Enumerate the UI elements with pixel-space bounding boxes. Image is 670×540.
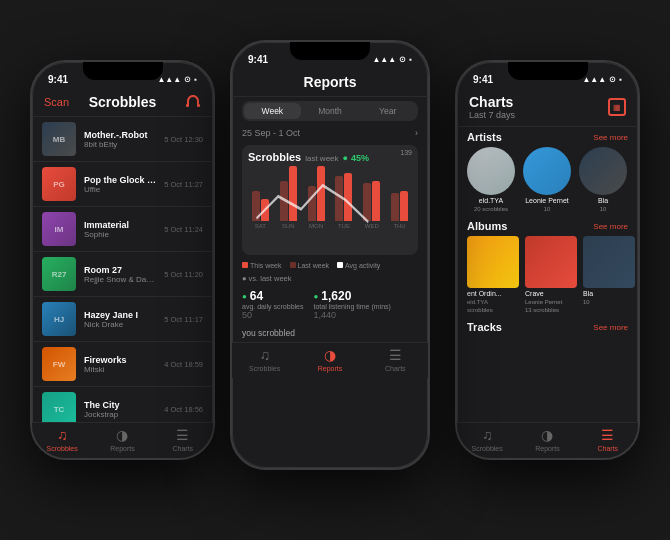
nav-right-icon [171, 94, 201, 110]
tab-scrobbles[interactable]: ♫ Scrobbles [32, 427, 92, 452]
albums-see-more[interactable]: See more [593, 222, 628, 231]
bar-last-tue [335, 176, 343, 221]
table-row[interactable]: R27 Room 27 Rejjie Snow & Dana Williams … [32, 252, 213, 297]
listening-label: total listening time (mins) [313, 303, 390, 310]
table-row[interactable]: MB Mother.-.Robot 8bit bEtty 5 Oct 12:30 [32, 117, 213, 162]
bar-label-mon: MON [309, 223, 323, 229]
table-row[interactable]: FW Fireworks Mitski 4 Oct 18:59 [32, 342, 213, 387]
tracks-see-more[interactable]: See more [593, 323, 628, 332]
album-art: IM [42, 212, 76, 246]
tab-reports-label: Reports [110, 445, 135, 452]
album-cover-1 [467, 236, 519, 288]
scrobbles-label: avg. daily scrobbles [242, 303, 303, 310]
bar-label-sun: SUN [282, 223, 295, 229]
legend-dot-avg [337, 262, 343, 268]
nav-header-left: Scan Scrobbles [32, 90, 213, 117]
listening-sub: 1,440 [313, 310, 390, 320]
album-scrobbles-2: 13 scrobbles [525, 307, 577, 313]
date-range-text: 25 Sep - 1 Oct [242, 128, 300, 138]
tab-label-scrobbles-right: Scrobbles [472, 445, 503, 452]
phone-reports: 9:41 ▲▲▲ ⊙ ▪ Reports Week Month Year 25 … [230, 40, 430, 470]
track-artist: Mitski [84, 365, 156, 374]
list-item[interactable]: Crave Leonie Pernet 13 scrobbles [525, 236, 577, 313]
bar-sun: SUN [276, 166, 301, 229]
album-art: TC [42, 392, 76, 422]
segment-week[interactable]: Week [244, 103, 301, 119]
bar-sat: SAT [248, 166, 273, 229]
status-icons-center: ▲▲▲ ⊙ ▪ [372, 55, 412, 64]
tab-reports-right[interactable]: ◑ Reports [517, 427, 577, 452]
tab-label-reports: Reports [318, 365, 343, 372]
list-item[interactable]: ent Ordin... eld.TYA scrobbles [467, 236, 519, 313]
segment-month[interactable]: Month [302, 103, 359, 119]
track-title: Immaterial [84, 220, 156, 230]
tab-bar-left: ♫ Scrobbles ◑ Reports ☰ Charts [32, 422, 213, 458]
bar-last-sun [280, 181, 288, 221]
tab-reports[interactable]: ◑ Reports [92, 427, 152, 452]
tab-charts-center[interactable]: ☰ Charts [363, 347, 428, 372]
chart-percent: ● 45% [343, 153, 369, 163]
music-icon-right: ♫ [482, 427, 493, 443]
bar-current-thu [400, 191, 408, 221]
scrobble-date: 4 Oct 18:56 [164, 405, 203, 414]
bar-current-tue [344, 173, 352, 221]
album-name-2: Crave [525, 290, 577, 297]
charts-title: Charts [469, 94, 608, 110]
scan-button[interactable]: Scan [44, 96, 74, 108]
table-row[interactable]: IM Immaterial Sophie 5 Oct 11:24 [32, 207, 213, 252]
track-title: Pop the Glock (Original... [84, 175, 156, 185]
chart-peak: 139 [400, 149, 412, 156]
tab-scrobbles-center[interactable]: ♫ Scrobbles [232, 347, 297, 372]
tab-label-scrobbles: Scrobbles [249, 365, 280, 372]
bar-current-sat [261, 199, 269, 221]
tab-label-charts: Charts [385, 365, 406, 372]
list-item[interactable]: Leonie Pernet 10 [523, 147, 571, 212]
album-art: HJ [42, 302, 76, 336]
bar-last-wed [363, 183, 371, 221]
track-artist: Sophie [84, 230, 156, 239]
bars-container: SAT SUN MON [248, 169, 412, 229]
album-artist-2: Leonie Pernet [525, 299, 577, 305]
album-name-1: ent Ordin... [467, 290, 519, 297]
track-artist: Uffie [84, 185, 156, 194]
tab-scrobbles-right[interactable]: ♫ Scrobbles [457, 427, 517, 452]
notch-right [508, 62, 588, 80]
tab-charts[interactable]: ☰ Charts [153, 427, 213, 452]
scrobble-date: 5 Oct 11:20 [164, 270, 203, 279]
artist-name-3: Bla [598, 197, 608, 204]
legend-dot-current [242, 262, 248, 268]
scrobble-date: 5 Oct 11:17 [164, 315, 203, 324]
table-row[interactable]: PG Pop the Glock (Original... Uffie 5 Oc… [32, 162, 213, 207]
time-left: 9:41 [48, 74, 68, 85]
listening-stat: ● 1,620 total listening time (mins) 1,44… [313, 289, 390, 320]
track-artist: Jockstrap [84, 410, 156, 419]
reports-icon-right: ◑ [541, 427, 553, 443]
tab-charts-right[interactable]: ☰ Charts [578, 427, 638, 452]
reports-icon: ◑ [116, 427, 128, 443]
scrobble-date: 5 Oct 11:24 [164, 225, 203, 234]
album-art: MB [42, 122, 76, 156]
phone-charts: 9:41 ▲▲▲ ⊙ ▪ Charts Last 7 days ▦ Artist… [455, 60, 640, 460]
chart-area: Scrobbles last week ● 45% 139 SAT [242, 145, 418, 255]
scrobble-date: 5 Oct 12:30 [164, 135, 203, 144]
list-item[interactable]: Bla 10 [583, 236, 635, 313]
music-icon: ♫ [57, 427, 68, 443]
tab-charts-label: Charts [173, 445, 194, 452]
svg-rect-0 [186, 104, 189, 107]
bar-current-sun [289, 166, 297, 221]
bar-current-mon [317, 166, 325, 221]
segment-year[interactable]: Year [359, 103, 416, 119]
tab-bar-center: ♫ Scrobbles ◑ Reports ☰ Charts [232, 342, 428, 378]
calendar-icon[interactable]: ▦ [608, 98, 626, 116]
list-item[interactable]: eld.TYA 20 scrobbles [467, 147, 515, 212]
list-item[interactable]: Bla 10 [579, 147, 627, 212]
stats-row: ● 64 avg. daily scrobbles 50 ● 1,620 tot… [232, 285, 428, 324]
artists-see-more[interactable]: See more [593, 133, 628, 142]
date-range: 25 Sep - 1 Oct › [232, 125, 428, 141]
track-title: Mother.-.Robot [84, 130, 156, 140]
table-row[interactable]: TC The City Jockstrap 4 Oct 18:56 [32, 387, 213, 422]
table-row[interactable]: HJ Hazey Jane I Nick Drake 5 Oct 11:17 [32, 297, 213, 342]
tab-reports-center[interactable]: ◑ Reports [297, 347, 362, 372]
chevron-right-icon[interactable]: › [415, 128, 418, 138]
time-center: 9:41 [248, 54, 268, 65]
